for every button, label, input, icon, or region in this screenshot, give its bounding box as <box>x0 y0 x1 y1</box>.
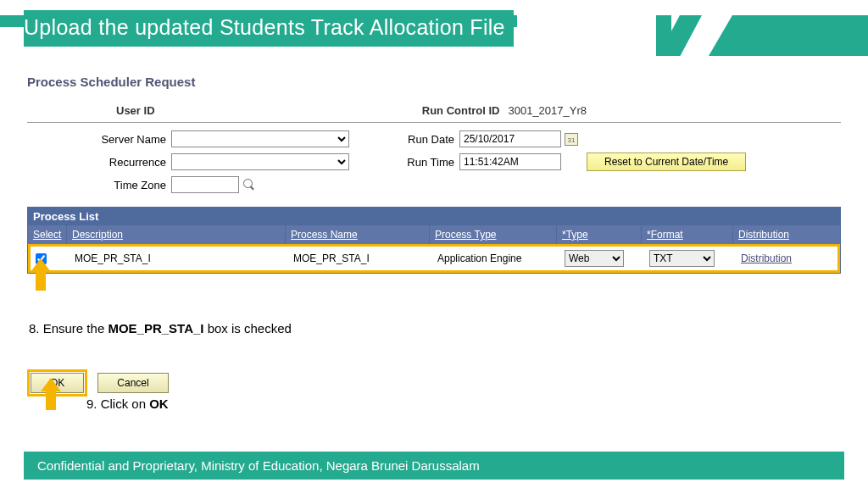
run-date-label: Run Date <box>383 133 459 146</box>
callout-arrow-icon <box>31 258 51 291</box>
user-id-label: User ID <box>116 104 155 117</box>
col-distribution[interactable]: Distribution <box>733 225 840 244</box>
col-type[interactable]: *Type <box>557 225 642 244</box>
run-control-id-label: Run Control ID <box>422 104 500 117</box>
cancel-button[interactable]: Cancel <box>97 373 168 393</box>
page-title: Upload the updated Students Track Alloca… <box>24 10 514 47</box>
run-date-input[interactable] <box>459 130 561 147</box>
reset-datetime-button[interactable]: Reset to Current Date/Time <box>587 152 746 171</box>
process-list-table: Process List Select Description Process … <box>27 207 841 274</box>
footer-bar: Confidential and Proprietary, Ministry o… <box>24 452 844 480</box>
col-process-type[interactable]: Process Type <box>430 225 557 244</box>
id-row: User ID Run Control ID 3001_2017_Yr8 <box>27 104 841 123</box>
process-list-title: Process List <box>28 208 840 225</box>
row-format-select[interactable]: TXT <box>649 250 715 267</box>
server-name-select[interactable] <box>171 130 349 147</box>
row-process-name: MOE_PR_STA_I <box>288 247 432 270</box>
row-process-type: Application Engine <box>432 247 559 270</box>
recurrence-select[interactable] <box>171 153 349 170</box>
distribution-link[interactable]: Distribution <box>741 252 792 264</box>
timezone-input[interactable] <box>171 176 239 193</box>
col-process-name[interactable]: Process Name <box>286 225 430 244</box>
title-banner: Upload the updated Students Track Alloca… <box>0 0 868 42</box>
recurrence-label: Recurrence <box>27 156 171 169</box>
row-description: MOE_PR_STA_I <box>70 247 288 270</box>
section-heading: Process Scheduler Request <box>27 75 841 89</box>
timezone-label: Time Zone <box>27 179 171 191</box>
calendar-icon[interactable]: 31 <box>565 133 578 146</box>
instruction-step-9: 9. Click on OK <box>86 396 169 411</box>
instruction-step-8: 8. Ensure the MOE_PR_STA_I box is checke… <box>29 321 841 336</box>
search-icon[interactable] <box>242 178 256 191</box>
run-control-id-value: 3001_2017_Yr8 <box>508 104 587 117</box>
row-type-select[interactable]: Web <box>565 250 624 267</box>
col-description[interactable]: Description <box>67 225 286 244</box>
col-format[interactable]: *Format <box>642 225 733 244</box>
run-time-input[interactable] <box>459 153 561 170</box>
table-header: Select Description Process Name Process … <box>28 225 840 244</box>
run-time-label: Run Time <box>383 156 459 169</box>
col-select[interactable]: Select <box>28 225 67 244</box>
callout-arrow-icon <box>41 378 61 410</box>
server-name-label: Server Name <box>27 133 171 146</box>
table-row: MOE_PR_STA_I MOE_PR_STA_I Application En… <box>28 244 840 273</box>
